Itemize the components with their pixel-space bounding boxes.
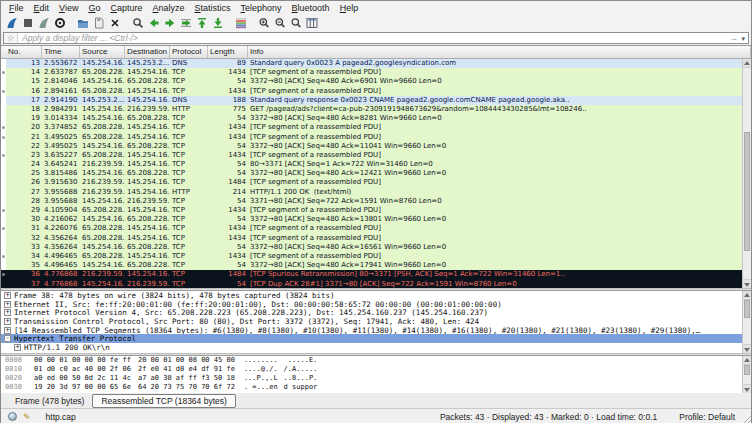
capture-options-icon[interactable] [52, 16, 68, 30]
menu-item-capture[interactable]: Capture [105, 1, 147, 15]
restart-capture-icon[interactable] [36, 16, 52, 30]
packet-row[interactable]: 223.495025145.254.16..65.208.228..TCP543… [1, 142, 742, 151]
packet-row[interactable]: 344.49646565.208.228..145.254.16..TCP143… [1, 252, 742, 261]
detail-row[interactable]: +Internet Protocol Version 4, Src: 65.20… [1, 308, 751, 317]
hex-row[interactable]: 003019 20 3d 97 00 00 65 6e64 20 73 75 7… [1, 383, 751, 392]
bookmark-icon[interactable]: ☆ [4, 33, 18, 43]
expert-info-icon[interactable] [8, 412, 17, 421]
expand-icon[interactable]: + [4, 292, 11, 299]
apply-filter-icon[interactable]: → [726, 33, 741, 44]
packet-row[interactable]: 273.955688216.239.59..145.254.16..HTTP21… [1, 188, 742, 197]
scroll-down-icon[interactable] [743, 279, 751, 288]
hex-row[interactable]: 0020a0 ed 00 50 0d 2c 11 4ca7 a0 38 af f… [1, 374, 751, 383]
menu-item-bluetooth[interactable]: Bluetooth [287, 1, 335, 15]
details-scrollbar[interactable] [742, 291, 751, 353]
scrollbar-thumb[interactable] [744, 132, 750, 251]
save-file-icon[interactable] [91, 16, 107, 30]
packet-row[interactable]: 203.37485265.208.228..145.254.16..TCP143… [1, 123, 742, 132]
packet-row[interactable]: 193.014334145.254.16..65.208.228..TCP543… [1, 114, 742, 123]
packet-row[interactable]: 172.914190145.253.2...145.254.16..DNS188… [1, 96, 742, 105]
packet-row[interactable]: 132.553672145.254.16..145.253.2...DNS89S… [1, 59, 742, 68]
packet-row[interactable]: 314.22607665.208.228..145.254.16..TCP143… [1, 224, 742, 233]
colorize-icon[interactable] [233, 16, 249, 30]
go-forward-icon[interactable] [162, 16, 178, 30]
scroll-up-icon[interactable] [743, 291, 751, 300]
expand-icon[interactable]: + [4, 309, 11, 316]
packet-row[interactable]: 263.915630216.239.59..145.254.16..TCP148… [1, 178, 742, 187]
go-back-icon[interactable] [146, 16, 162, 30]
open-file-icon[interactable] [75, 16, 91, 30]
go-first-icon[interactable] [194, 16, 210, 30]
packet-row[interactable]: 283.955688145.254.16..216.239.59..TCP543… [1, 197, 742, 206]
menu-item-edit[interactable]: Edit [29, 1, 55, 15]
go-last-icon[interactable] [210, 16, 226, 30]
column-header-info[interactable]: Info [248, 46, 751, 58]
hex-row[interactable]: 000000 00 01 00 00 00 fe ff20 00 01 00 0… [1, 356, 751, 365]
bytes-scrollbar[interactable] [742, 356, 751, 393]
column-header-destination[interactable]: Destination [125, 46, 170, 58]
detail-row[interactable]: +Frame 38: 478 bytes on wire (3824 bits)… [1, 291, 751, 300]
menu-item-go[interactable]: Go [83, 1, 105, 15]
packet-list-scrollbar[interactable] [742, 59, 751, 288]
go-to-packet-icon[interactable] [178, 16, 194, 30]
expand-icon[interactable]: + [4, 318, 11, 325]
packet-row[interactable]: 142.63378765.208.228..145.254.16..TCP143… [1, 68, 742, 77]
scroll-up-icon[interactable] [743, 59, 751, 68]
column-header-length[interactable]: Length [208, 46, 248, 58]
collapse-icon[interactable]: - [4, 335, 11, 342]
menu-item-help[interactable]: Help [335, 1, 364, 15]
resize-grip[interactable] [741, 414, 751, 423]
bytes-tab[interactable]: Reassembled TCP (18364 bytes) [92, 394, 235, 408]
packet-row[interactable]: 304.216062145.254.16..65.208.228..TCP543… [1, 215, 742, 224]
zoom-in-icon[interactable] [256, 16, 272, 30]
scroll-up-icon[interactable] [743, 356, 751, 365]
packet-row[interactable]: 324.35626465.208.228..145.254.16..TCP143… [1, 234, 742, 243]
scrollbar-thumb[interactable] [744, 365, 750, 375]
expand-icon[interactable]: + [14, 344, 21, 351]
display-filter-input[interactable]: Apply a display filter ... <Ctrl-/> [18, 33, 726, 43]
filter-dropdown-icon[interactable]: ▾ [741, 33, 748, 44]
scroll-down-icon[interactable] [743, 344, 751, 353]
column-header-protocol[interactable]: Protocol [170, 46, 208, 58]
stop-capture-icon[interactable] [20, 16, 36, 30]
column-header-source[interactable]: Source [80, 46, 125, 58]
packet-row[interactable]: 243.645241216.239.59..145.254.16..TCP548… [1, 160, 742, 169]
packet-row[interactable]: 354.496465145.254.16..65.208.228..TCP543… [1, 261, 742, 270]
hex-row[interactable]: 001001 d0 c0 ac 40 00 2f 062f e0 41 d0 e… [1, 365, 751, 374]
detail-row[interactable]: +Transmission Control Protocol, Src Port… [1, 317, 751, 326]
menu-item-file[interactable]: File [4, 1, 29, 15]
packet-row[interactable]: 213.49502565.208.228..145.254.16..TCP143… [1, 133, 742, 142]
packet-row[interactable]: 334.356264145.254.16..65.208.228..TCP543… [1, 243, 742, 252]
column-header-time[interactable]: Time [42, 46, 80, 58]
scrollbar-thumb[interactable] [744, 300, 750, 318]
scroll-down-icon[interactable] [743, 384, 751, 393]
resize-columns-icon[interactable] [304, 16, 320, 30]
find-packet-icon[interactable] [130, 16, 146, 30]
packet-row[interactable]: 364.776868216.239.59..145.254.16..TCP148… [1, 270, 742, 279]
packet-row[interactable]: 162.89416165.208.228..145.254.16..TCP143… [1, 87, 742, 96]
menu-item-view[interactable]: View [54, 1, 83, 15]
zoom-reset-icon[interactable] [288, 16, 304, 30]
detail-row[interactable]: +[14 Reassembled TCP Segments (18364 byt… [1, 326, 751, 335]
packet-row[interactable]: 253.815486145.254.16..65.208.228..TCP543… [1, 169, 742, 178]
packet-row[interactable]: 294.10590465.208.228..145.254.16..TCP143… [1, 206, 742, 215]
display-filter-field[interactable]: ☆ Apply a display filter ... <Ctrl-/> → … [3, 32, 749, 44]
expand-icon[interactable]: + [4, 327, 11, 334]
menu-item-statistics[interactable]: Statistics [190, 1, 236, 15]
comment-icon[interactable]: ✎ [23, 410, 31, 423]
menu-item-analyze[interactable]: Analyze [147, 1, 189, 15]
close-file-icon[interactable] [107, 16, 123, 30]
bytes-tab[interactable]: Frame (478 bytes) [7, 395, 92, 407]
start-capture-icon[interactable] [4, 16, 20, 30]
packet-row[interactable]: 182.984291145.254.16..216.239.59..HTTP77… [1, 105, 742, 114]
zoom-out-icon[interactable] [272, 16, 288, 30]
detail-row[interactable]: -Hypertext Transfer Protocol [1, 334, 751, 343]
profile-label[interactable]: Profile: Default [679, 412, 735, 422]
detail-row[interactable]: +HTTP/1.1 200 OK\r\n [1, 343, 751, 352]
expand-icon[interactable]: + [4, 301, 11, 308]
column-header-no[interactable]: No. [6, 46, 42, 58]
packet-row[interactable]: 233.63522765.208.228..145.254.16..TCP143… [1, 151, 742, 160]
menu-item-telephony[interactable]: Telephony [236, 1, 287, 15]
packet-row[interactable]: 152.814046145.254.16..65.208.228..TCP543… [1, 77, 742, 86]
packet-row[interactable]: 374.776868145.254.16..216.239.59..TCP54[… [1, 280, 742, 289]
